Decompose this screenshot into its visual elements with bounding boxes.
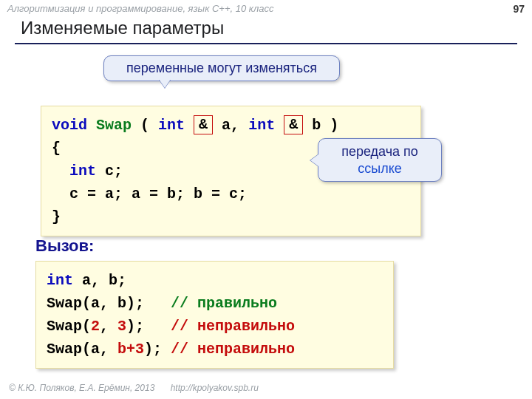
callout-pointer-left: [310, 154, 318, 166]
swap-body: c = a; a = b; b = c;: [52, 185, 247, 202]
kw-int-2: int: [248, 117, 275, 134]
callout-by-ref-line2: ссылке: [358, 161, 402, 176]
fn-swap: Swap: [96, 117, 132, 134]
l1-tail: a, b;: [73, 272, 126, 289]
breadcrumb-text: Алгоритмизация и программирование, язык …: [7, 3, 273, 14]
callout-by-ref-line1: передача по: [341, 144, 418, 159]
brace-open: {: [52, 140, 61, 157]
brace-close: }: [52, 208, 61, 225]
kw-int-c: int: [52, 163, 96, 180]
l3-slashes: //: [171, 318, 197, 335]
callout-pointer-down: [159, 79, 171, 88]
kw-int-ab: int: [47, 272, 73, 289]
l3-cmt: неправильно: [197, 318, 295, 335]
l3-post: );: [126, 318, 171, 335]
l2-cmt: правильно: [197, 295, 277, 312]
kw-int-1: int: [158, 117, 185, 134]
l2-call: Swap(a, b);: [47, 295, 171, 312]
l4-expr: b+3: [117, 341, 144, 358]
code-block-calls: int a, b; Swap(a, b); // правильно Swap(…: [35, 261, 394, 369]
param-a: a,: [213, 117, 248, 134]
breadcrumb: Алгоритмизация и программирование, язык …: [7, 3, 525, 14]
subheader-call: Вызов:: [35, 236, 94, 256]
title-underline: [15, 43, 517, 44]
callout-by-ref: передача по ссылке: [318, 138, 442, 182]
l2-slashes: //: [171, 295, 197, 312]
footer-copyright: © К.Ю. Поляков, Е.А. Ерёмин, 2013: [9, 383, 154, 393]
paren-open: (: [132, 117, 158, 134]
ampersand-box-1: &: [194, 115, 213, 134]
kw-void: void: [52, 117, 87, 134]
l3-n2: 3: [117, 318, 126, 335]
footer-url: http://kpolyakov.spb.ru: [171, 383, 259, 393]
page-title: Изменяемые параметры: [21, 18, 224, 38]
page-number: 97: [513, 3, 525, 15]
l4-slashes: //: [171, 341, 197, 358]
decl-tail: c;: [96, 163, 123, 180]
callout-vars-change: переменные могут изменяться: [103, 55, 340, 81]
footer: © К.Ю. Поляков, Е.А. Ерёмин, 2013 http:/…: [9, 383, 259, 393]
callout-vars-change-text: переменные могут изменяться: [126, 61, 317, 75]
l3-mid: ,: [100, 318, 117, 335]
l4-pre: Swap(a,: [47, 341, 117, 358]
param-b: b ): [303, 117, 338, 134]
l4-post: );: [144, 341, 171, 358]
l3-n1: 2: [91, 318, 100, 335]
l4-cmt: неправильно: [197, 341, 295, 358]
l3-pre: Swap(: [47, 318, 91, 335]
ampersand-box-2: &: [284, 115, 303, 134]
